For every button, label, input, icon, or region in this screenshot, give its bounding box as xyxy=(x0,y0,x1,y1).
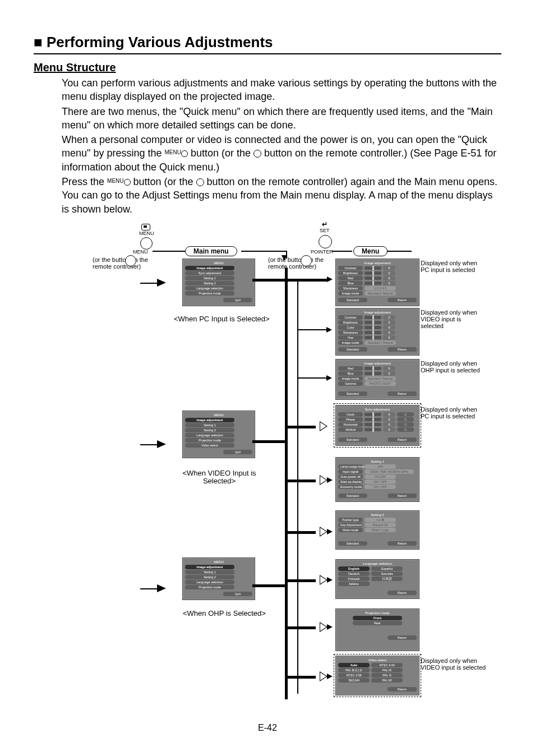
caption-pc: <When PC Input is Selected> xyxy=(174,315,270,323)
menu-button-icon xyxy=(140,237,153,250)
enter-icon: ↵ xyxy=(322,220,328,228)
menu-pill: Menu xyxy=(353,246,388,256)
section-heading: Menu Structure xyxy=(34,61,501,74)
main-menu-ohp: MENU Image adjustment Setting 1 Setting … xyxy=(182,557,255,600)
main-menu-video: MENU Image adjustment Setting 1 Setting … xyxy=(182,411,255,458)
panel-sync: Sync adjustment Clock0□ Phase0□ Horizont… xyxy=(335,405,419,446)
main-menu-pc: MENU Image adjustment Sync adjustment Se… xyxy=(182,259,255,306)
remote-pointer-icon xyxy=(301,255,312,266)
panel-setting1: Setting 1 Lamp usage time24H Input signa… xyxy=(335,457,419,502)
note-pc2: Displayed only when PC input is selected xyxy=(421,406,482,420)
menu-structure-diagram: MENU MENU (or the button on the remote c… xyxy=(73,223,516,716)
panel-videoselect: Video select AutoNTSC 4.43 PAL B,G,I,DPA… xyxy=(335,656,419,695)
note-ohp: Displayed only when OHP input is selecte… xyxy=(421,360,482,374)
page-number: E-42 xyxy=(34,723,501,733)
note-pc: Displayed only when PC input is selected xyxy=(421,260,482,273)
remote-button-icon xyxy=(125,255,136,266)
note-video2: Displayed only when VIDEO input is selec… xyxy=(421,657,488,671)
note-video: Displayed only when VIDEO input is selec… xyxy=(421,309,482,329)
menu-label-2: MENU xyxy=(133,250,148,255)
pointer-label: POINTER xyxy=(311,250,333,255)
panel-image-pc: Image adjustment Contrast0 Brightness0 R… xyxy=(335,259,419,306)
remote-icon xyxy=(141,224,150,231)
set-label: SET xyxy=(320,228,330,234)
main-menu-pill: Main menu xyxy=(185,246,237,256)
menu-label: MENU xyxy=(139,231,154,237)
panel-language: Language selection EnglishEspañol Deutsc… xyxy=(335,559,419,599)
caption-video: <When VIDEO Input is Selected> xyxy=(177,469,261,486)
page-title: ■ Performing Various Adjustments xyxy=(34,34,501,54)
panel-projection: Projection mode Front Rear Return xyxy=(335,609,419,651)
panel-image-ohp: Image adjustment Red0 Blue0 Image modeSt… xyxy=(335,359,419,400)
caption-ohp: <When OHP is Selected> xyxy=(183,610,266,617)
panel-image-video: Image adjustment Contrast0 Brightness0 C… xyxy=(335,308,419,356)
set-button-icon xyxy=(319,235,332,248)
panel-setting2: Setting 2 Pointer type▪ ● ✚ Key Adjustme… xyxy=(335,510,419,550)
body-text: You can perform various adjustments and … xyxy=(62,76,501,216)
